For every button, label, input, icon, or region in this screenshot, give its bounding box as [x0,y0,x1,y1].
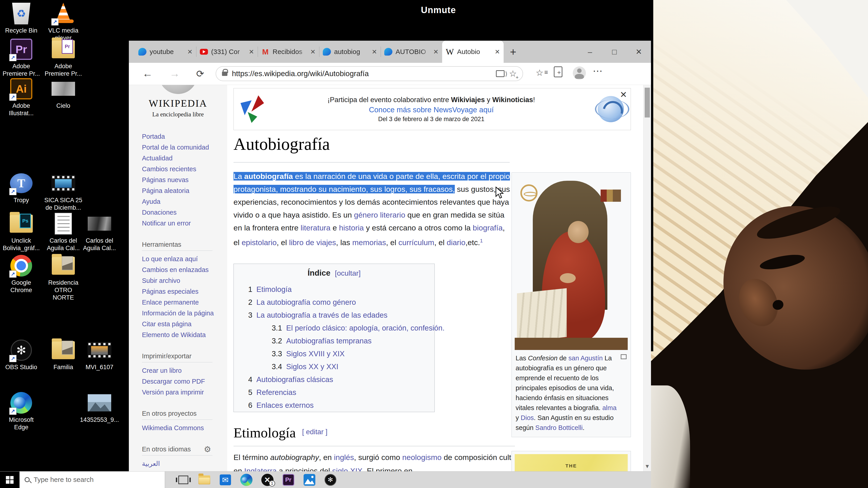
back-icon[interactable]: ← [143,67,153,79]
sidebar-link[interactable]: Cambios en enlazadas [142,264,227,275]
browser-tab[interactable]: (331) Cor✕ [196,41,258,63]
taskbar-icon-task-view[interactable] [173,471,194,488]
sidebar-link[interactable]: Portada [142,131,227,142]
wiki-link[interactable]: inglés [334,453,354,462]
wiki-link[interactable]: diario [447,238,465,247]
sidebar-link[interactable]: Ayuda [142,196,227,207]
sidebar-link[interactable]: Elemento de Wikidata [142,329,227,340]
sidebar-link[interactable]: Citar esta página [142,319,227,329]
gear-icon[interactable]: ⚙ [204,445,211,454]
wiki-link[interactable]: biografía [473,223,502,232]
add-favorite-icon[interactable]: ☆ [509,69,517,78]
toc-item[interactable]: 3.2Autobiografías tempranas [248,334,434,347]
desktop-icon[interactable]: Unclick Bolivia_gráf... [1,212,41,252]
maximize-icon[interactable]: □ [602,41,627,63]
wiki-link[interactable]: memorias [352,238,386,247]
taskbar-search[interactable]: Type here to search [20,471,165,488]
toc-item[interactable]: 6Enlaces externos [248,399,434,412]
address-bar[interactable]: https://es.wikipedia.org/wiki/Autobiogra… [216,66,523,81]
tab-close-icon[interactable]: ✕ [433,48,438,56]
taskbar-icon-xbox[interactable]: 1 [257,471,278,488]
browser-tab[interactable]: youtube✕ [135,41,196,63]
taskbar-icon-photos[interactable] [299,471,320,488]
desktop-icon[interactable]: Adobe Premiere Pr... [43,37,83,77]
favorites-icon[interactable]: ☆ [536,68,548,78]
reload-icon[interactable]: ⟳ [196,68,204,79]
wikipedia-wordmark[interactable]: WIKIPEDIA [129,98,227,109]
wiki-link[interactable]: currículum [398,238,434,247]
tab-close-icon[interactable]: ✕ [310,48,315,56]
enlarge-icon[interactable] [621,354,627,359]
read-aloud-icon[interactable] [496,70,504,77]
tab-close-icon[interactable]: ✕ [249,48,254,56]
collections-icon[interactable] [555,68,562,77]
edit-link[interactable]: [ editar ] [302,428,328,436]
sidebar-link[interactable]: Portal de la comunidad [142,142,227,153]
sidebar-link[interactable]: Descargar como PDF [142,376,227,387]
taskbar-icon-file-explorer[interactable] [194,471,215,488]
start-button[interactable] [0,471,20,488]
banner-link[interactable]: Conoce más sobre NewsVoyage aquí [265,105,598,114]
sidebar-link[interactable]: Enlace permanente [142,297,227,308]
toc-item[interactable]: 3La autobiografía a través de las edades [248,308,434,322]
taskbar-icon-premiere-pro[interactable] [278,471,299,488]
desktop-icon[interactable]: Cielo [43,77,83,109]
toc-hide-link[interactable]: [ocultar] [335,269,361,277]
desktop-icon[interactable]: 14352553_9... [80,391,119,424]
browser-tab[interactable]: AUTOBIO✕ [381,41,442,63]
sidebar-link[interactable]: Página aleatoria [142,185,227,196]
minimize-icon[interactable]: – [578,41,602,63]
tab-close-icon[interactable]: ✕ [495,48,500,56]
etymology-paragraph[interactable]: El término autobiography, en inglés, sur… [234,451,516,471]
sidebar-link[interactable]: Páginas nuevas [142,174,227,185]
sidebar-link[interactable]: Wikimedia Commons [142,422,227,433]
wiki-link[interactable]: neologismo [402,453,442,462]
book-thumbnail[interactable]: THE [512,451,631,471]
desktop-icon[interactable]: Familia [43,338,83,371]
desktop-icon[interactable]: Residencia OTRO NORTE [43,254,83,301]
botticelli-painting-image[interactable] [515,175,628,350]
desktop-icon[interactable]: ↗Google Chrome [1,254,41,294]
sidebar-link[interactable]: Páginas especiales [142,286,227,297]
sidebar-link[interactable]: Información de la página [142,308,227,319]
wiki-link[interactable]: libro de viajes [289,238,336,247]
close-icon[interactable]: ✕ [627,41,651,63]
desktop-icon[interactable]: ↗Tropy [1,171,41,204]
toc-item[interactable]: 3.1El período clásico: apología, oración… [248,322,434,334]
wiki-link[interactable]: historia [339,223,364,232]
sidebar-link[interactable]: Lo que enlaza aquí [142,254,227,264]
desktop-icon[interactable]: ↗VLC media player [43,2,83,42]
sidebar-link[interactable]: Notificar un error [142,218,227,229]
taskbar-icon-edge[interactable] [236,471,257,488]
browser-tab[interactable]: Autobio✕ [442,41,504,63]
wiki-link[interactable]: literatura [301,223,331,232]
banner-close-icon[interactable]: ✕ [620,90,627,100]
sidebar-link[interactable]: Subir archivo [142,275,227,286]
sidebar-link[interactable]: Cambios recientes [142,164,227,174]
toc-item[interactable]: 4Autobiografías clásicas [248,373,434,386]
wikipedia-globe-logo[interactable] [158,85,198,96]
wiki-link[interactable]: san Agustín [568,355,603,362]
desktop-icon[interactable]: Recycle Bin [1,2,41,34]
wiki-link[interactable]: Inglaterra [244,466,277,471]
scroll-down-icon[interactable]: ▼ [644,463,651,469]
toc-item[interactable]: 3.4Siglos XX y XXI [248,360,434,373]
sidebar-link[interactable]: Crear un libro [142,365,227,376]
sidebar-link[interactable]: العربية [142,458,227,469]
toc-item[interactable]: 3.3Siglos XVIII y XIX [248,347,434,360]
toc-item[interactable]: 1Etimología [248,283,434,296]
sidebar-link[interactable]: Donaciones [142,207,227,218]
tab-close-icon[interactable]: ✕ [372,48,377,56]
profile-avatar[interactable] [573,66,586,79]
wiki-link[interactable]: Dios [521,414,534,421]
desktop-icon[interactable]: Carlos del Aguila Cal... [80,212,119,252]
tab-close-icon[interactable]: ✕ [187,48,193,56]
desktop-icon[interactable]: Carlos del Aguila Cal... [43,212,83,252]
wiki-link[interactable]: género literario [354,210,405,219]
book-cover-image[interactable]: THE [515,454,628,471]
toc-item[interactable]: 5Referencias [248,386,434,399]
wiki-link[interactable]: Sandro Botticelli [535,424,583,431]
scrollbar-thumb[interactable] [645,88,650,118]
desktop-icon[interactable]: SICA SICA 25 de Diciemb... [43,171,83,212]
taskbar-icon-mail[interactable] [215,471,236,488]
